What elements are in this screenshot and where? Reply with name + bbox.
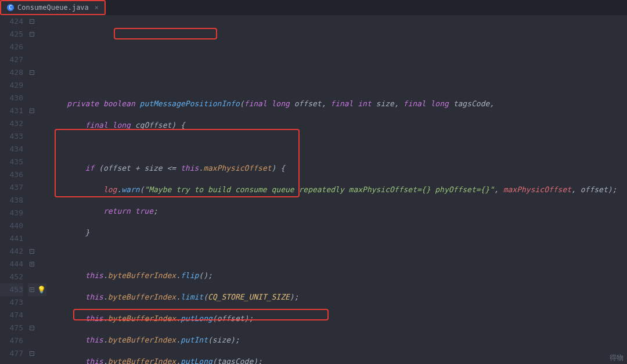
line-number: 437 bbox=[0, 181, 23, 194]
gutter-cell bbox=[36, 322, 46, 334]
gutter-cell bbox=[36, 219, 46, 232]
fold-marker[interactable] bbox=[28, 232, 36, 245]
line-number: 433 bbox=[0, 130, 23, 143]
fold-marker[interactable] bbox=[28, 143, 36, 156]
line-number: 477 bbox=[0, 347, 23, 360]
gutter-cell bbox=[36, 143, 46, 156]
fold-marker[interactable] bbox=[28, 207, 36, 219]
file-tab-consumequeue[interactable]: C ConsumeQueue.java × bbox=[0, 0, 106, 15]
fold-marker[interactable]: − bbox=[28, 347, 36, 360]
code-line: return true; bbox=[49, 205, 627, 218]
gutter-cell bbox=[36, 309, 46, 322]
intention-bulb-icon[interactable]: 💡 bbox=[37, 286, 46, 294]
fold-marker[interactable]: − bbox=[28, 15, 36, 28]
code-line: this.byteBufferIndex.putInt(size); bbox=[49, 334, 627, 347]
line-number: 439 bbox=[0, 207, 23, 219]
fold-marker[interactable] bbox=[28, 296, 36, 309]
fold-marker[interactable] bbox=[28, 309, 36, 322]
line-number: 436 bbox=[0, 168, 23, 181]
code-line bbox=[49, 248, 627, 261]
line-number: 444 bbox=[0, 258, 23, 271]
line-number: 474 bbox=[0, 309, 23, 322]
fold-marker[interactable] bbox=[28, 194, 36, 207]
line-number: 442 bbox=[0, 245, 23, 258]
code-line: private boolean putMessagePositionInfo(f… bbox=[49, 98, 627, 110]
fold-marker[interactable]: − bbox=[28, 245, 36, 258]
gutter-cell bbox=[36, 79, 46, 92]
gutter-cell bbox=[36, 194, 46, 207]
gutter-cell bbox=[36, 92, 46, 104]
fold-marker[interactable] bbox=[28, 130, 36, 143]
gutter-cell bbox=[36, 168, 46, 181]
close-icon[interactable]: × bbox=[95, 3, 99, 12]
code-line: this.byteBufferIndex.limit(CQ_STORE_UNIT… bbox=[49, 291, 627, 304]
fold-marker[interactable] bbox=[28, 334, 36, 347]
fold-gutter[interactable]: −−−−−++−− bbox=[28, 15, 36, 364]
fold-marker[interactable] bbox=[28, 79, 36, 92]
line-number: 434 bbox=[0, 143, 23, 156]
line-number: 429 bbox=[0, 79, 23, 92]
line-number: 427 bbox=[0, 53, 23, 66]
code-area[interactable]: private boolean putMessagePositionInfo(f… bbox=[46, 15, 627, 364]
line-number: 428 bbox=[0, 66, 23, 79]
fold-marker[interactable] bbox=[28, 181, 36, 194]
code-line: this.byteBufferIndex.putLong(offset); bbox=[49, 312, 627, 325]
fold-marker[interactable] bbox=[28, 41, 36, 53]
fold-marker[interactable]: − bbox=[28, 28, 36, 41]
fold-marker[interactable]: + bbox=[28, 258, 36, 271]
code-line: if (offset + size <= this.maxPhysicOffse… bbox=[49, 162, 627, 175]
line-number: 438 bbox=[0, 194, 23, 207]
line-number: 424 bbox=[0, 15, 23, 28]
fold-marker[interactable]: − bbox=[28, 104, 36, 117]
line-number: 475 bbox=[0, 322, 23, 334]
gutter-cell bbox=[36, 66, 46, 79]
tab-bar: C ConsumeQueue.java × bbox=[0, 0, 627, 15]
gutter-cell bbox=[36, 258, 46, 271]
fold-marker[interactable] bbox=[28, 168, 36, 181]
code-line: final long cqOffset) { bbox=[49, 119, 627, 132]
annotation-box-method-name bbox=[114, 28, 217, 39]
gutter-cell: 💡 bbox=[36, 283, 46, 296]
line-number: 432 bbox=[0, 117, 23, 130]
gutter-cell bbox=[36, 245, 46, 258]
fold-marker[interactable] bbox=[28, 219, 36, 232]
watermark: 得物 bbox=[610, 353, 624, 363]
gutter-cell bbox=[36, 117, 46, 130]
line-number: 435 bbox=[0, 156, 23, 168]
gutter-cell bbox=[36, 232, 46, 245]
line-number: 441 bbox=[0, 232, 23, 245]
code-line: this.byteBufferIndex.flip(); bbox=[49, 269, 627, 282]
line-number: 473 bbox=[0, 296, 23, 309]
fold-marker[interactable] bbox=[28, 53, 36, 66]
fold-marker[interactable] bbox=[28, 156, 36, 168]
fold-marker[interactable] bbox=[28, 92, 36, 104]
fold-marker[interactable] bbox=[28, 117, 36, 130]
gutter-cell bbox=[36, 334, 46, 347]
line-number: 425 bbox=[0, 28, 23, 41]
gutter-cell bbox=[36, 271, 46, 283]
line-number: 430 bbox=[0, 92, 23, 104]
code-line: } bbox=[49, 226, 627, 239]
editor-pane[interactable]: 4244254264274284294304314324334344354364… bbox=[0, 15, 627, 364]
code-line bbox=[49, 140, 627, 153]
fold-marker[interactable]: − bbox=[28, 322, 36, 334]
code-line: this.byteBufferIndex.putLong(tagsCode); bbox=[49, 355, 627, 364]
line-number: 431 bbox=[0, 104, 23, 117]
gutter-cell bbox=[36, 53, 46, 66]
fold-marker[interactable]: + bbox=[28, 283, 36, 296]
fold-marker[interactable] bbox=[28, 271, 36, 283]
gutter-cell bbox=[36, 104, 46, 117]
code-line bbox=[49, 76, 627, 89]
line-number: 452 bbox=[0, 271, 23, 283]
line-number: 426 bbox=[0, 41, 23, 53]
line-number: 440 bbox=[0, 219, 23, 232]
tab-filename: ConsumeQueue.java bbox=[17, 3, 89, 12]
line-number-gutter: 4244254264274284294304314324334344354364… bbox=[0, 15, 28, 364]
fold-marker[interactable]: − bbox=[28, 66, 36, 79]
line-number: 476 bbox=[0, 334, 23, 347]
bulb-gutter: 💡 bbox=[36, 15, 46, 364]
gutter-cell bbox=[36, 130, 46, 143]
code-line: log.warn("Maybe try to build consume que… bbox=[49, 183, 627, 196]
java-class-icon: C bbox=[7, 4, 14, 11]
gutter-cell bbox=[36, 207, 46, 219]
